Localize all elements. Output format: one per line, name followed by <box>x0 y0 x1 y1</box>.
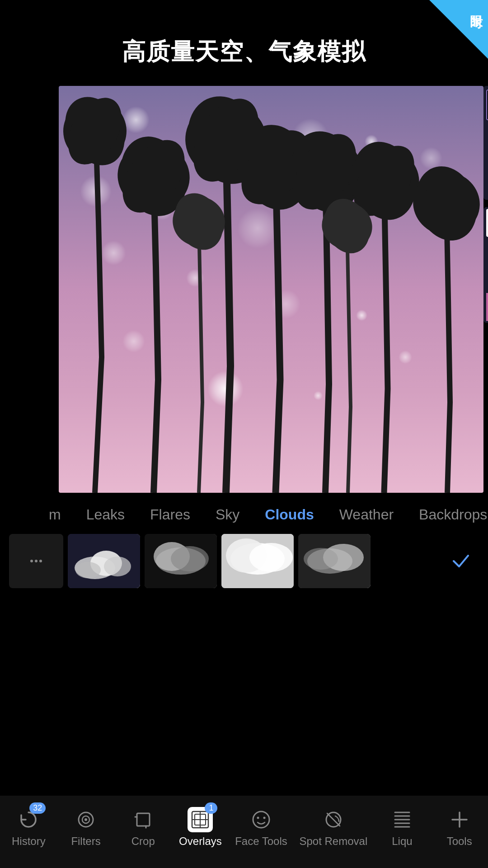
tools-label: Tools <box>447 835 472 848</box>
liquify-label: Liqu <box>392 835 412 848</box>
tab-weather[interactable]: Weather <box>327 506 406 523</box>
sidebar-top-panel <box>483 86 488 200</box>
nav-history[interactable]: 32 History <box>6 807 51 848</box>
svg-point-78 <box>257 817 259 819</box>
filters-label: Filters <box>71 835 100 848</box>
crop-label: Crop <box>131 835 155 848</box>
selection-tool-button[interactable] <box>486 237 488 265</box>
tab-flares[interactable]: Flares <box>137 506 203 523</box>
svg-rect-70 <box>137 813 150 826</box>
tools-icon <box>447 807 472 832</box>
overlays-icon: 1 <box>188 807 213 832</box>
nav-spot-removal[interactable]: Spot Removal <box>299 807 367 848</box>
filters-icon <box>73 807 99 832</box>
nav-overlays[interactable]: 1 Overlays <box>178 807 223 848</box>
canvas-area[interactable] <box>59 86 483 493</box>
svg-point-49 <box>39 560 42 562</box>
right-sidebar <box>483 86 488 323</box>
history-badge: 32 <box>29 802 46 814</box>
liquify-icon <box>389 807 415 832</box>
crop-icon <box>131 807 156 832</box>
page-title: 高质量天空、气象模拟 <box>0 0 488 86</box>
cloud-thumb-2[interactable] <box>145 534 217 588</box>
svg-point-48 <box>35 560 38 562</box>
nav-crop[interactable]: Crop <box>121 807 166 848</box>
face-tools-label: Face Tools <box>235 835 287 848</box>
svg-point-79 <box>263 817 265 819</box>
category-tabs: m Leaks Flares Sky Clouds Weather Backdr… <box>0 497 488 528</box>
tab-clouds[interactable]: Clouds <box>252 506 326 523</box>
nav-liquify[interactable]: Liqu <box>380 807 425 848</box>
delete-button[interactable] <box>486 265 488 293</box>
svg-point-53 <box>104 557 131 576</box>
confirm-button[interactable] <box>443 543 479 579</box>
svg-point-54 <box>75 562 101 578</box>
tab-sky[interactable]: Sky <box>203 506 252 523</box>
svg-point-47 <box>30 560 33 562</box>
svg-point-62 <box>249 543 293 572</box>
more-thumbnails-button[interactable] <box>9 534 63 588</box>
canvas-image[interactable] <box>59 86 483 493</box>
overlays-badge: 1 <box>205 802 217 814</box>
thumbnails-strip <box>0 529 488 593</box>
nav-tools[interactable]: Tools <box>437 807 482 848</box>
checkerboard-button[interactable] <box>486 122 488 146</box>
svg-point-77 <box>253 811 269 828</box>
nav-face-tools[interactable]: Face Tools <box>235 807 287 848</box>
tab-leaks[interactable]: Leaks <box>74 506 137 523</box>
cloud-thumb-1[interactable] <box>68 534 140 588</box>
history-label: History <box>12 835 46 848</box>
history-icon: 32 <box>16 807 41 832</box>
cloud-thumb-3[interactable] <box>221 534 294 588</box>
svg-line-81 <box>327 813 340 826</box>
overlays-label: Overlays <box>179 835 222 848</box>
overlay-thumbnail-active[interactable] <box>486 90 488 120</box>
palm-svg <box>59 86 483 493</box>
svg-point-69 <box>84 818 87 821</box>
tab-m[interactable]: m <box>36 506 74 523</box>
spot-removal-icon <box>321 807 346 832</box>
spot-removal-label: Spot Removal <box>299 835 367 848</box>
sidebar-bottom-panel <box>483 207 488 323</box>
bottom-nav: 32 History Filters Crop <box>0 796 488 868</box>
duplicate-button[interactable] <box>486 147 488 171</box>
more-options-button[interactable] <box>486 173 488 196</box>
svg-point-66 <box>304 548 338 570</box>
cloud-thumb-4[interactable] <box>298 534 371 588</box>
hand-tool-button[interactable] <box>486 209 488 237</box>
svg-point-58 <box>171 546 209 571</box>
tab-backdrops[interactable]: Backdrops <box>406 506 488 523</box>
nav-filters[interactable]: Filters <box>63 807 108 848</box>
eraser-button[interactable] <box>486 293 488 321</box>
face-tools-icon <box>249 807 274 832</box>
